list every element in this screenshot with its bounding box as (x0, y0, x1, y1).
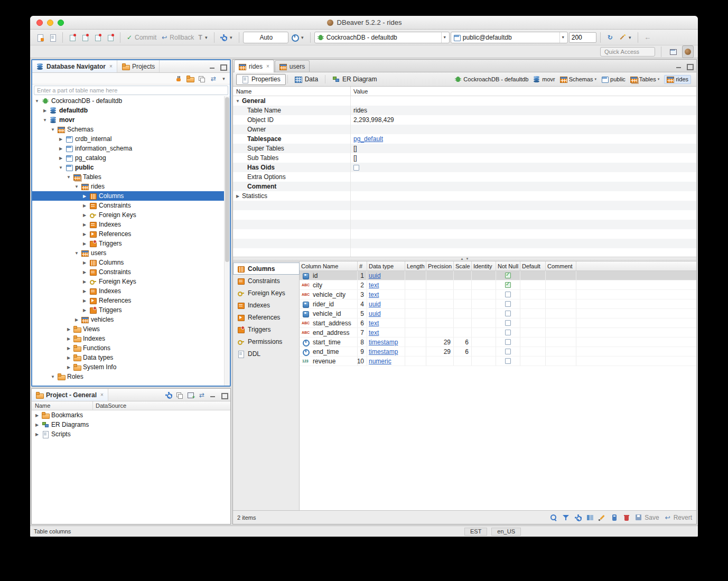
data-type-link[interactable]: timestamp (369, 339, 398, 346)
collapse-arrow-icon[interactable]: ▼ (34, 99, 40, 104)
detail-tab-foreign-keys[interactable]: Foreign Keys (233, 287, 299, 299)
delete-icon[interactable] (623, 514, 630, 521)
collapse-arrow-icon[interactable]: ▼ (58, 165, 63, 170)
view-button-properties[interactable]: Properties (236, 74, 286, 85)
tree-item-foreign-keys[interactable]: ▶Foreign Keys (32, 210, 230, 220)
column-row-city[interactable]: city2text (300, 280, 696, 290)
view-button-er-diagram[interactable]: ER Diagram (327, 74, 382, 85)
grid-header-identity[interactable]: Identity (472, 261, 496, 270)
collapse-arrow-icon[interactable]: ▼ (42, 118, 48, 123)
expand-arrow-icon[interactable]: ▶ (66, 365, 71, 370)
dbeaver-perspective-button[interactable] (682, 45, 694, 58)
expand-arrow-icon[interactable]: ▶ (66, 327, 71, 332)
panels-icon[interactable] (586, 514, 594, 521)
expand-arrow-icon[interactable]: ▶ (66, 355, 71, 360)
collapse-arrow-icon[interactable]: ▼ (50, 127, 55, 132)
tree-item-references[interactable]: ▶References (32, 229, 230, 239)
view-tab-projects[interactable]: Projects (118, 60, 160, 72)
timezone-indicator[interactable]: EST (464, 528, 487, 536)
column-row-start-time[interactable]: start_time8timestamp296 (300, 338, 696, 347)
column-row-revenue[interactable]: revenue10numeric (300, 357, 696, 366)
tree-item-information-schema[interactable]: ▶information_schema (32, 144, 230, 153)
expand-arrow-icon[interactable]: ▶ (82, 289, 87, 294)
collapse-all-icon[interactable] (176, 391, 183, 399)
not-null-checkbox[interactable] (505, 349, 511, 354)
expand-arrow-icon[interactable]: ▶ (82, 260, 87, 265)
tree-item-vehicles[interactable]: ▶vehicles (32, 315, 230, 324)
expand-arrow-icon[interactable]: ▶ (82, 203, 87, 208)
combo-arrow-icon[interactable]: ▼ (559, 32, 566, 43)
property-row-extra-options[interactable]: Extra Options (233, 172, 696, 182)
search-icon[interactable] (550, 514, 557, 521)
connection-combo[interactable]: CockroachDB - defaultdb ▼ (314, 32, 450, 43)
tree-item-cockroachdb-defaultdb[interactable]: ▼CockroachDB - defaultdb (32, 96, 230, 106)
property-row-owner[interactable]: Owner (233, 125, 696, 134)
collapse-arrow-icon[interactable]: ▼ (50, 374, 55, 379)
grid-header-data-type[interactable]: Data type (367, 261, 405, 270)
grid-header-column-name[interactable]: Column Name (300, 261, 358, 270)
expand-arrow-icon[interactable]: ▶ (82, 232, 87, 237)
tree-item-functions[interactable]: ▶Functions (32, 343, 230, 353)
data-type-link[interactable]: uuid (369, 301, 381, 308)
expand-arrow-icon[interactable]: ▶ (82, 241, 87, 246)
project-settings-icon[interactable] (165, 391, 172, 399)
collapse-arrow-icon[interactable]: ▼ (74, 251, 79, 256)
expand-arrow-icon[interactable]: ▶ (66, 336, 71, 341)
manual-commit-button[interactable] (105, 31, 116, 44)
fetch-size-input[interactable] (569, 32, 596, 43)
locale-indicator[interactable]: en_US (491, 528, 521, 536)
property-row-has-oids[interactable]: Has Oids (233, 163, 696, 172)
not-null-checkbox[interactable] (505, 282, 511, 288)
tree-item-foreign-keys[interactable]: ▶Foreign Keys (32, 277, 230, 286)
expand-arrow-icon[interactable]: ▶ (58, 146, 63, 151)
property-row-statistics[interactable]: ▶Statistics (233, 191, 696, 201)
data-type-link[interactable]: text (369, 320, 379, 327)
data-type-link[interactable]: timestamp (369, 348, 398, 355)
expand-arrow-icon[interactable]: ▶ (34, 423, 40, 427)
tree-item-roles[interactable]: ▼Roles (32, 372, 230, 381)
save-button[interactable]: Save (635, 514, 659, 521)
transaction-log-button[interactable] (79, 31, 91, 44)
close-view-icon[interactable]: × (100, 392, 104, 398)
new-sql-editor-button[interactable] (34, 31, 46, 44)
project-column-name[interactable]: Name (32, 401, 93, 410)
data-type-link[interactable]: text (369, 282, 379, 289)
collapse-arrow-icon[interactable]: ▼ (235, 99, 240, 104)
expand-arrow-icon[interactable]: ▶ (66, 346, 71, 351)
detail-tab-indexes[interactable]: Indexes (233, 299, 299, 311)
grid-header-precision[interactable]: Precision (426, 261, 454, 270)
editor-tab-rides[interactable]: rides× (234, 60, 274, 72)
data-type-link[interactable]: uuid (369, 272, 381, 279)
project-tab[interactable]: Project - General × (32, 389, 108, 401)
tree-item-system-info[interactable]: ▶System Info (32, 362, 230, 372)
tree-item-columns[interactable]: ▶Columns (32, 258, 230, 267)
refresh-button[interactable]: ↻ (604, 31, 616, 44)
tree-item-public[interactable]: ▼public (32, 163, 230, 172)
expand-arrow-icon[interactable]: ▶ (235, 194, 240, 199)
expand-arrow-icon[interactable]: ▶ (82, 222, 87, 227)
tree-item-constraints[interactable]: ▶Constraints (32, 201, 230, 210)
tree-item-indexes[interactable]: ▶Indexes (32, 220, 230, 229)
revert-button[interactable]: ↩Revert (664, 514, 692, 521)
detail-tab-ddl[interactable]: DDL (233, 348, 299, 360)
maximize-panel-button[interactable] (219, 63, 227, 70)
expand-arrow-icon[interactable]: ▶ (82, 270, 87, 275)
expand-arrow-icon[interactable]: ▶ (34, 413, 40, 418)
schema-combo[interactable]: public@defaultdb ▼ (451, 32, 568, 43)
minimize-panel-button[interactable] (675, 62, 683, 70)
project-item-bookmarks[interactable]: ▶Bookmarks (32, 410, 230, 420)
detail-tab-references[interactable]: References (233, 311, 299, 323)
commit-button[interactable]: ✓Commit (124, 31, 158, 44)
grid-header-comment[interactable]: Comment (546, 261, 576, 270)
expand-arrow-icon[interactable]: ▶ (58, 137, 63, 142)
tree-item-defaultdb[interactable]: ▶defaultdb (32, 106, 230, 115)
new-window-icon[interactable] (187, 391, 194, 399)
property-row-comment[interactable]: Comment (233, 182, 696, 191)
view-tab-database-navigator[interactable]: Database Navigator× (32, 60, 117, 72)
sql-generator-button[interactable]: ▾ (617, 31, 634, 44)
not-null-checkbox[interactable] (505, 330, 511, 335)
project-column-datasource[interactable]: DataSource (93, 402, 126, 409)
pending-transactions-button[interactable] (67, 31, 78, 44)
tree-item-views[interactable]: ▶Views (32, 324, 230, 334)
expand-arrow-icon[interactable]: ▶ (34, 432, 40, 437)
